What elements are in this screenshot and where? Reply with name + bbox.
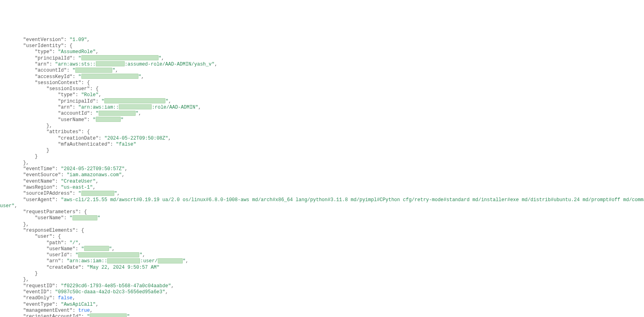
redacted-accountId	[75, 68, 112, 73]
redacted-accessKeyId	[81, 74, 138, 79]
val-managementEvent: true	[78, 308, 90, 313]
key-eventVersion: "eventVersion"	[23, 37, 64, 43]
val-path: "/"	[70, 240, 78, 246]
val-userAgent-cont: user"	[0, 203, 14, 209]
redacted-principalId	[81, 55, 159, 60]
val-userIdentity-arn: "arn:aws:sts::	[55, 62, 96, 67]
key-accessKeyId: "accessKeyId"	[35, 74, 72, 80]
val-requestID: "f0229cd6-1793-4e85-b568-47a0c04aabde"	[61, 283, 171, 289]
key-sessionIssuer: "sessionIssuer"	[46, 86, 90, 92]
key-readOnly: "readOnly"	[23, 295, 52, 301]
redacted-sourceIPAddress	[81, 191, 114, 196]
val-re-arn: "arn:aws:iam::	[67, 258, 107, 264]
key-principalId: "principalId"	[35, 56, 72, 61]
key-re-arn: "arn"	[46, 258, 61, 264]
val-eventSource: "iam.amazonaws.com"	[67, 172, 122, 178]
key-managementEvent: "managementEvent"	[23, 308, 72, 313]
val-eventType: "AwsApiCall"	[61, 302, 95, 307]
key-sourceIPAddress: "sourceIPAddress"	[23, 191, 72, 196]
val-userAgent: "aws-cli/2.15.55 md/awscrt#0.19.19 ua/2.…	[61, 197, 644, 203]
cloudtrail-json-log: "eventVersion": "1.09", "userIdentity": …	[0, 31, 644, 317]
key-createDate: "createDate"	[46, 265, 81, 270]
key-userIdentity: "userIdentity"	[23, 43, 64, 49]
key-eventName: "eventName"	[23, 179, 55, 184]
redacted-si-principalId	[104, 98, 165, 103]
val-creationDate: "2024-05-22T09:50:08Z"	[104, 136, 168, 141]
key-si-accountId: "accountId"	[58, 111, 90, 116]
val-eventTime: "2024-05-22T09:50:57Z"	[61, 166, 124, 172]
key-creationDate: "creationDate"	[58, 136, 99, 141]
key-accountId: "accountId"	[35, 68, 66, 73]
redacted-recipientAccountId	[90, 313, 127, 317]
key-path: "path"	[46, 240, 64, 246]
key-mfaAuthenticated: "mfaAuthenticated"	[58, 142, 110, 147]
val-createDate: "May 22, 2024 9:50:57 AM"	[87, 265, 159, 270]
key-requestID: "requestID"	[23, 283, 55, 289]
key-sessionContext: "sessionContext"	[35, 80, 81, 86]
key-attributes: "attributes"	[46, 129, 81, 135]
redacted-re-userName	[84, 246, 109, 251]
key-si-principalId: "principalId"	[58, 99, 96, 104]
key-si-userName: "userName"	[58, 117, 87, 123]
key-eventTime: "eventTime"	[23, 166, 55, 172]
redacted-re-arn-account	[107, 258, 140, 263]
val-userIdentity-type: "AssumedRole"	[58, 49, 96, 55]
key-eventSource: "eventSource"	[23, 172, 61, 178]
val-mfaAuthenticated: "false"	[116, 142, 136, 147]
val-readOnly: false	[58, 295, 72, 301]
key-si-arn: "arn"	[58, 105, 72, 110]
key-userId: "userId"	[46, 252, 70, 258]
key-re-userName: "userName"	[46, 246, 75, 252]
val-eventID: "0987c50c-daaa-4a2d-b2c3-5656ed95a6e3"	[55, 289, 165, 295]
key-requestParameters: "requestParameters"	[23, 209, 78, 215]
redacted-si-userName	[96, 117, 121, 122]
key-type: "type"	[35, 49, 52, 55]
val-awsRegion: "us-east-1"	[61, 185, 93, 190]
key-eventID: "eventID"	[23, 289, 50, 295]
key-awsRegion: "awsRegion"	[23, 185, 55, 190]
val-si-type: "Role"	[81, 92, 99, 98]
key-si-type: "type"	[58, 92, 75, 98]
redacted-si-arn-account	[119, 104, 152, 109]
key-eventType: "eventType"	[23, 302, 55, 307]
key-userAgent: "userAgent"	[23, 197, 55, 203]
redacted-rp-userName	[72, 215, 97, 220]
redacted-arn-account	[96, 61, 125, 66]
val-si-arn: "arn:aws:iam::	[78, 105, 119, 110]
key-arn: "arn"	[35, 62, 49, 67]
redacted-si-accountId	[99, 111, 136, 116]
key-rp-userName: "userName"	[35, 215, 64, 221]
key-responseElements: "responseElements"	[23, 228, 76, 233]
key-user: "user"	[35, 234, 52, 239]
val-eventName: "CreateUser"	[61, 179, 95, 184]
val-eventVersion: "1.09"	[70, 37, 87, 43]
redacted-userId	[78, 252, 139, 257]
redacted-re-arn-user	[158, 258, 183, 263]
key-recipientAccountId: "recipientAccountId"	[23, 314, 81, 317]
